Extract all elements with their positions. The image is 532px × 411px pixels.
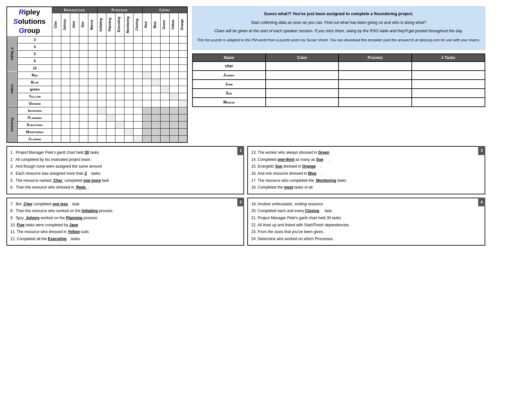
summary-header-tasks: # Tasks xyxy=(412,54,485,62)
row-green: green xyxy=(18,86,52,93)
row-4: 4 xyxy=(18,43,52,50)
summary-row-johnny: Johnny xyxy=(192,71,485,80)
color-section-label: Color xyxy=(7,72,18,107)
clue-2-4: 10. Five tasks were completed by Jane . xyxy=(10,222,240,229)
clue-3-3: 15. Energetic Sue dressed in Orange , xyxy=(251,163,481,170)
summary-tasks-marcie[interactable] xyxy=(412,98,485,107)
col-executing: Executing xyxy=(115,13,124,36)
clue-4-5: 23. From the clues that you've been give… xyxy=(251,229,481,236)
summary-name-marcie: Marcie xyxy=(192,98,266,107)
logo-line2: olutions xyxy=(18,17,46,25)
summary-process-jane[interactable] xyxy=(339,80,412,89)
clue-box-3: 3 13. The worker who always dressed in G… xyxy=(247,146,485,194)
summary-color-jane[interactable] xyxy=(266,80,339,89)
clue-box-1: 1 1. Project Manager Pete's gantt chart … xyxy=(6,146,244,194)
summary-name-jane: Jane xyxy=(192,80,266,89)
clue-2-6: 12. Completed all the Executing tasks. xyxy=(10,236,240,243)
summary-process-sue[interactable] xyxy=(339,89,412,98)
summary-row-sue: Sue xyxy=(192,89,485,98)
summary-color-cher[interactable] xyxy=(266,62,339,71)
clue-1-4: 4. Each resource was assigned more than … xyxy=(10,170,240,177)
clue-3-5: 17. The resource who completed the Monit… xyxy=(251,177,481,184)
row-5: 5 xyxy=(18,50,52,57)
col-cher: Cher xyxy=(52,13,61,36)
summary-table: Name Color Process # Tasks cher xyxy=(192,54,485,107)
clue-2-3: 9. Spry Johnny worked on the Planning pr… xyxy=(10,215,240,222)
summary-header-process: Process xyxy=(339,54,412,62)
color-header: Color xyxy=(142,7,187,13)
summary-process-cher[interactable] xyxy=(339,62,412,71)
info-italic2: This fun puzzle is adapted to the PM wor… xyxy=(197,37,480,43)
clue-2-2: 8. Than the resource who worked on the I… xyxy=(10,208,240,215)
summary-tasks-cher[interactable] xyxy=(412,62,485,71)
col-sue: Sue xyxy=(79,13,88,36)
summary-row-marcie: Marcie xyxy=(192,98,485,107)
main-logic-grid: Ripley Solutions Group Resources Process xyxy=(6,6,188,143)
resources-header: Resources xyxy=(52,7,97,13)
info-title: Guess what?! You've just been assigned t… xyxy=(197,11,480,17)
summary-tasks-johnny[interactable] xyxy=(412,71,485,80)
clue-3-4: 16. And one resource dressed in Blue . xyxy=(251,170,481,177)
row-3: 3 xyxy=(18,36,52,43)
col-initiating: Initiating xyxy=(97,13,106,36)
clue-4-6: 24. Determine who worked on which Proces… xyxy=(251,236,481,243)
logo-cell: Ripley Solutions Group xyxy=(7,7,52,36)
col-planning: Planning xyxy=(106,13,115,36)
process-header: Process xyxy=(97,7,142,13)
summary-header-name: Name xyxy=(192,54,266,62)
row-planning: Planning xyxy=(18,114,52,121)
col-red: Red xyxy=(142,13,151,36)
row-monitoring: Monitoring xyxy=(18,128,52,135)
summary-row-jane: Jane xyxy=(192,80,485,89)
row-executing: Executing xyxy=(18,121,52,128)
clue-box-2: 2 7. But Cher completed one less task 8.… xyxy=(6,198,244,246)
row-closing: Closing xyxy=(18,135,52,142)
info-box: Guess what?! You've just been assigned t… xyxy=(192,6,485,50)
row-12: 12 xyxy=(18,64,52,72)
clue-3-2: 14. Completed one-third as many as Sue . xyxy=(251,156,481,163)
summary-name-sue: Sue xyxy=(192,89,266,98)
summary-header-color: Color xyxy=(266,54,339,62)
clue-1-2: 2. All completed by his motivated projec… xyxy=(10,156,240,163)
col-yellow: Yellow xyxy=(169,13,178,36)
clue-badge-3: 3 xyxy=(478,146,485,155)
summary-color-johnny[interactable] xyxy=(266,71,339,80)
tasks-section-label: # Tasks xyxy=(7,36,18,72)
col-marcie: Marcie xyxy=(88,13,97,36)
summary-process-johnny[interactable] xyxy=(339,71,412,80)
summary-color-marcie[interactable] xyxy=(266,98,339,107)
row-orange: Orange xyxy=(18,100,52,107)
summary-process-marcie[interactable] xyxy=(339,98,412,107)
col-johnny: Johnny xyxy=(61,13,70,36)
clue-4-1: 19. Another enthusiastic, smiling resour… xyxy=(251,201,481,208)
clue-1-5: 5. The resource named Cher completed one… xyxy=(10,177,240,184)
summary-tasks-sue[interactable] xyxy=(412,89,485,98)
clue-1-6: 6. Than the resource who dressed in Reds… xyxy=(10,184,240,191)
summary-color-sue[interactable] xyxy=(266,89,339,98)
col-blue: Blue xyxy=(151,13,160,36)
summary-row-cher: cher xyxy=(192,62,485,71)
clue-1-1: 1. Project Manager Pete's gantt chart he… xyxy=(10,149,240,156)
col-monitoring: Monitoring xyxy=(124,13,133,36)
row-initiating: Initiating xyxy=(18,107,52,114)
clue-3-6: 18. Completed the most tasks of all. xyxy=(251,184,481,191)
row-6: 6 xyxy=(18,57,52,64)
clue-3-1: 13. The worker who always dressed in Gre… xyxy=(251,149,481,156)
col-closing: Closing xyxy=(133,13,142,36)
summary-name-cher: cher xyxy=(192,62,266,71)
clue-badge-2: 2 xyxy=(237,198,244,206)
clue-box-4: 4 19. Another enthusiastic, smiling reso… xyxy=(247,198,485,246)
clue-4-3: 21. Project Manager Pete's gantt chart h… xyxy=(251,215,481,222)
process-section-label: Process xyxy=(7,107,18,142)
col-green: Green xyxy=(160,13,169,36)
clue-2-5: 11. The resource who dressed in Yellow s… xyxy=(10,229,240,236)
clue-4-2: 20. Completed each and every Closing tas… xyxy=(251,208,481,215)
clue-badge-4: 4 xyxy=(478,198,485,206)
row-red: Red xyxy=(18,72,52,79)
summary-tasks-jane[interactable] xyxy=(412,80,485,89)
row-blue: Blue xyxy=(18,79,52,86)
clue-1-3: 3. And though none were assigned the sam… xyxy=(10,163,240,170)
info-para1: Start collecting data as soon as you can… xyxy=(197,20,480,26)
col-orange: Orange xyxy=(178,13,187,36)
row-yellow: Yellow xyxy=(18,93,52,100)
